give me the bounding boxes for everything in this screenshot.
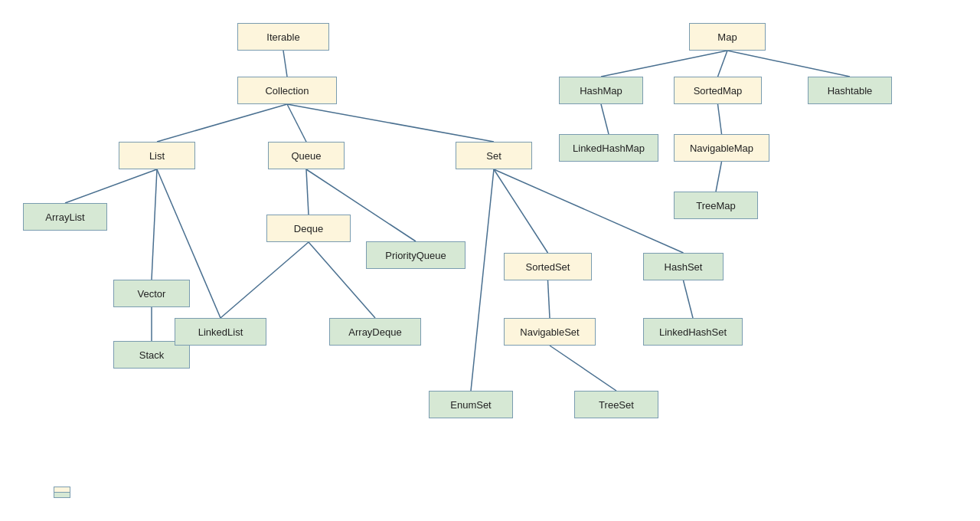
svg-line-20 (727, 51, 850, 77)
svg-line-8 (306, 169, 309, 215)
node-arraydeque: ArrayDeque (329, 318, 421, 346)
node-sortedset: SortedSet (504, 253, 592, 280)
svg-line-0 (283, 51, 287, 77)
node-treemap: TreeMap (674, 192, 758, 219)
legend-interface (54, 487, 70, 493)
node-collection: Collection (237, 77, 337, 104)
node-sortedmap: SortedMap (674, 77, 762, 104)
node-list: List (119, 142, 195, 169)
node-priorityqueue: PriorityQueue (366, 241, 466, 269)
svg-line-2 (287, 104, 306, 142)
node-iterable: Iterable (237, 23, 329, 51)
svg-line-1 (157, 104, 287, 142)
svg-line-14 (471, 169, 494, 391)
svg-line-19 (718, 51, 728, 77)
node-navigableset: NavigableSet (504, 318, 596, 346)
diagram-container: IterableCollectionListQueueSetArrayListV… (0, 0, 980, 521)
node-map: Map (689, 23, 766, 51)
svg-line-18 (601, 51, 727, 77)
node-linkedhashset: LinkedHashSet (643, 318, 743, 346)
node-hashset: HashSet (643, 253, 724, 280)
legend-class (54, 493, 70, 497)
svg-line-23 (716, 162, 722, 192)
svg-line-3 (287, 104, 494, 142)
node-treeset: TreeSet (574, 391, 658, 418)
node-vector: Vector (113, 280, 190, 307)
svg-line-4 (65, 169, 157, 203)
node-linkedlist: LinkedList (175, 318, 266, 346)
legend (54, 487, 70, 498)
svg-line-22 (718, 104, 722, 134)
svg-line-21 (601, 104, 609, 134)
svg-line-13 (494, 169, 684, 253)
svg-line-5 (152, 169, 157, 280)
node-hashmap: HashMap (559, 77, 643, 104)
node-arraylist: ArrayList (23, 203, 107, 231)
svg-line-12 (494, 169, 548, 253)
node-set: Set (456, 142, 532, 169)
svg-line-15 (548, 280, 550, 318)
svg-line-11 (309, 242, 375, 318)
svg-line-16 (684, 280, 694, 318)
svg-line-17 (550, 346, 616, 391)
node-deque: Deque (266, 215, 351, 242)
node-navigablemap: NavigableMap (674, 134, 769, 162)
node-enumset: EnumSet (429, 391, 513, 418)
svg-line-10 (220, 242, 309, 318)
node-queue: Queue (268, 142, 345, 169)
node-hashtable: Hashtable (808, 77, 892, 104)
node-linkedhashmap: LinkedHashMap (559, 134, 658, 162)
